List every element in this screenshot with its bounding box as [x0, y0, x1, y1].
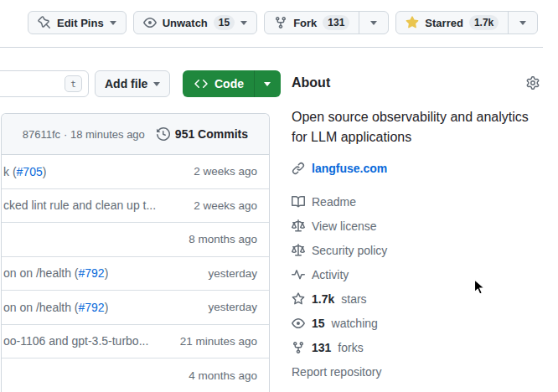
forks-count-badge: 131: [323, 15, 349, 30]
commit-date: 4 months ago: [189, 369, 257, 382]
chevron-down-icon: [110, 21, 116, 25]
table-row[interactable]: 8 months ago: [2, 223, 269, 257]
code-dropdown-button[interactable]: [254, 70, 281, 97]
commit-message[interactable]: k (#705): [3, 165, 46, 178]
fork-button-group: Fork 131: [264, 11, 389, 34]
chevron-down-icon: [153, 82, 160, 86]
issue-link[interactable]: #705: [17, 165, 43, 178]
readme-link[interactable]: Readme: [292, 189, 387, 214]
about-title: About: [292, 75, 330, 90]
law-icon: [292, 219, 305, 233]
star-dropdown-button[interactable]: [508, 12, 537, 34]
table-row[interactable]: cked lint rule and clean up t... 2 weeks…: [2, 189, 269, 224]
issue-link[interactable]: #792: [79, 301, 105, 314]
code-button[interactable]: Code: [183, 70, 281, 97]
pulse-icon: [292, 268, 305, 281]
commit-message[interactable]: oo-1106 and gpt-3.5-turbo...: [3, 334, 148, 348]
law-icon: [292, 244, 305, 257]
issue-link[interactable]: #792: [79, 266, 105, 280]
eye-icon: [143, 16, 157, 29]
go-to-file-input[interactable]: t: [0, 70, 89, 97]
repo-settings-button[interactable]: [526, 76, 540, 90]
eye-icon: [292, 317, 305, 330]
file-table: 87611fc · 18 minutes ago 951 Commits k (…: [1, 113, 270, 392]
chevron-down-icon: [370, 21, 377, 25]
stars-count-badge: 1.7k: [469, 15, 499, 30]
commit-message[interactable]: on on /health (#792): [3, 266, 108, 280]
security-policy-link[interactable]: Security policy: [292, 238, 387, 262]
commit-date: 2 weeks ago: [194, 165, 257, 178]
star-button-group: Starred 1.7k: [395, 11, 538, 34]
fork-button[interactable]: Fork 131: [265, 12, 359, 34]
add-file-button[interactable]: Add file: [95, 70, 170, 97]
repo-action-bar: Edit Pins Unwatch 15 Fork 131 Starred 1.…: [28, 11, 538, 34]
about-sidebar: About Open source observability and anal…: [292, 70, 543, 392]
starred-button[interactable]: Starred 1.7k: [396, 12, 508, 34]
stars-link[interactable]: 1.7k stars: [292, 286, 387, 311]
license-link[interactable]: View license: [292, 214, 387, 238]
chevron-down-icon: [264, 82, 271, 86]
code-icon: [194, 77, 208, 90]
commit-date: 8 months ago: [189, 233, 257, 245]
pin-icon: [38, 16, 51, 29]
table-row[interactable]: on on /health (#792) yesterday: [2, 291, 269, 325]
activity-link[interactable]: Activity: [292, 262, 387, 286]
edit-pins-button[interactable]: Edit Pins: [28, 11, 127, 34]
commit-message[interactable]: on on /health (#792): [3, 301, 108, 314]
latest-commit-bar: 87611fc · 18 minutes ago 951 Commits: [2, 114, 269, 155]
unwatch-label: Unwatch: [163, 17, 208, 29]
table-row[interactable]: oo-1106 and gpt-3.5-turbo... 21 minutes …: [2, 325, 269, 359]
website-link[interactable]: langfuse.com: [312, 162, 387, 175]
table-row[interactable]: k (#705) 2 weeks ago: [2, 155, 269, 189]
commit-hash[interactable]: 87611fc: [23, 128, 60, 141]
fork-label: Fork: [293, 17, 317, 29]
commit-history-link[interactable]: 951 Commits: [157, 127, 248, 141]
repo-forked-icon: [292, 341, 305, 354]
commit-date: yesterday: [208, 267, 257, 280]
repo-forked-icon: [274, 16, 287, 29]
add-file-label: Add file: [105, 77, 147, 90]
repo-description: Open source observability and analytics …: [292, 107, 545, 147]
report-repository-link[interactable]: Report repository: [292, 359, 387, 384]
keyboard-shortcut-hint: t: [65, 75, 82, 92]
commit-date: yesterday: [208, 301, 257, 313]
fork-dropdown-button[interactable]: [359, 12, 388, 34]
unwatch-button[interactable]: Unwatch 15: [133, 11, 258, 34]
watchers-count-badge: 15: [214, 15, 235, 30]
forks-link[interactable]: 131 forks: [292, 335, 387, 359]
edit-pins-label: Edit Pins: [57, 17, 104, 29]
commit-message[interactable]: cked lint rule and clean up t...: [3, 199, 156, 212]
history-icon: [157, 127, 170, 141]
star-icon: [292, 292, 305, 306]
header-divider: [0, 47, 543, 48]
starred-label: Starred: [425, 17, 463, 29]
table-row[interactable]: 4 months ago: [2, 358, 269, 392]
table-row[interactable]: on on /health (#792) yesterday: [2, 257, 269, 291]
watching-link[interactable]: 15 watching: [292, 311, 387, 335]
commits-count: 951 Commits: [175, 127, 248, 141]
commit-date: 21 minutes ago: [180, 335, 257, 348]
book-icon: [292, 195, 305, 209]
chevron-down-icon: [519, 21, 526, 25]
website-row: langfuse.com: [292, 162, 387, 175]
commit-date: 2 weeks ago: [194, 199, 257, 212]
commit-time: · 18 minutes ago: [64, 128, 145, 141]
code-label: Code: [214, 77, 244, 90]
latest-commit-meta[interactable]: 87611fc · 18 minutes ago: [23, 128, 145, 141]
about-links: Readme View license Security policy Acti…: [292, 189, 387, 384]
link-icon: [292, 162, 305, 175]
gear-icon: [526, 76, 540, 90]
star-fill-icon: [406, 16, 419, 29]
chevron-down-icon: [240, 21, 247, 25]
